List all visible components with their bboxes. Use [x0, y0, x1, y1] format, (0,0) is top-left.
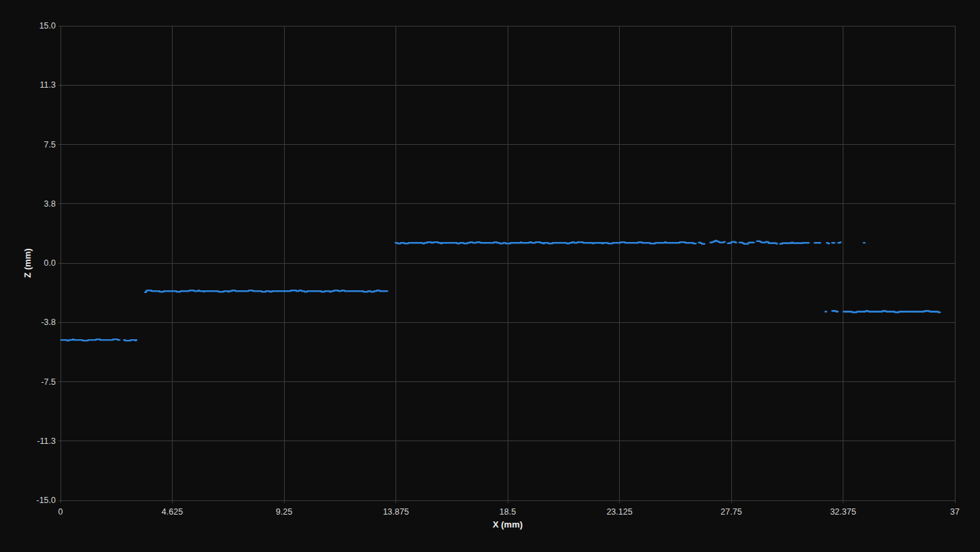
- isolated-point: [144, 292, 147, 293]
- x-tick-label: 4.625: [162, 507, 183, 517]
- x-tick-label: 32.375: [830, 507, 856, 517]
- y-tick-label: -3.8: [41, 317, 56, 327]
- y-tick-label: -11.3: [37, 436, 56, 446]
- y-axis-title: Z (mm): [22, 248, 33, 277]
- y-tick-label: 3.8: [44, 199, 56, 209]
- x-axis-title: X (mm): [493, 519, 523, 530]
- profile-plot-canvas[interactable]: 04.6259.2513.87518.523.12527.7532.375371…: [0, 0, 980, 552]
- isolated-point: [863, 242, 866, 243]
- profile-points: [60, 240, 941, 341]
- profile-chart: 04.6259.2513.87518.523.12527.7532.375371…: [0, 0, 980, 552]
- x-tick-label: 27.75: [720, 507, 741, 517]
- x-tick-label: 0: [58, 507, 63, 517]
- y-tick-label: 7.5: [44, 140, 56, 150]
- y-tick-label: 11.3: [40, 80, 56, 90]
- x-tick-label: 13.875: [383, 507, 408, 517]
- y-tick-label: 15.0: [39, 21, 56, 31]
- x-tick-label: 37: [950, 507, 960, 517]
- x-tick-label: 18.5: [500, 507, 516, 517]
- x-tick-label: 23.125: [606, 507, 632, 517]
- x-tick-label: 9.25: [276, 507, 292, 517]
- gridlines: [58, 26, 955, 503]
- y-tick-label: -7.5: [41, 377, 56, 387]
- y-tick-label: -15.0: [37, 496, 56, 505]
- y-tick-label: 0.0: [44, 258, 56, 268]
- tick-labels: 04.6259.2513.87518.523.12527.7532.375371…: [37, 21, 960, 517]
